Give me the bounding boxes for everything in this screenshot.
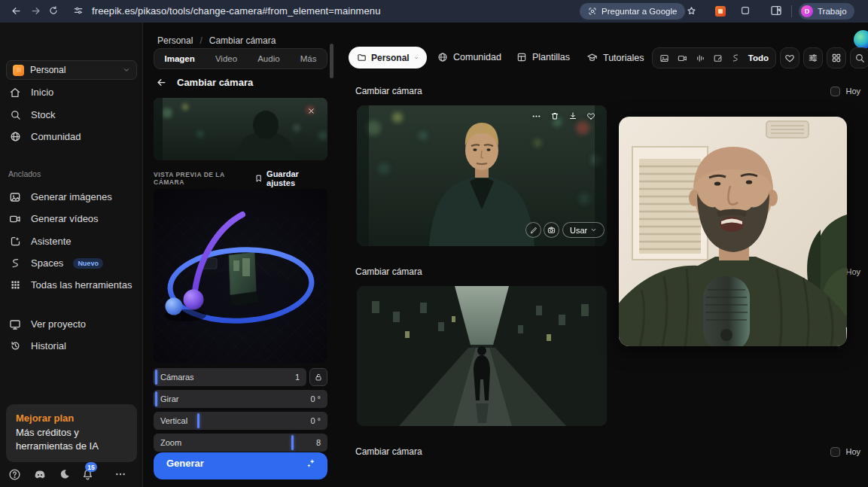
grid-icon [9, 279, 21, 291]
browser-forward-button[interactable] [30, 5, 41, 17]
tab-comunidad[interactable]: Comunidad [437, 52, 501, 62]
select-day-checkbox[interactable] [830, 87, 840, 96]
remove-image-icon[interactable] [307, 107, 315, 115]
camera-3d-preview[interactable] [154, 189, 327, 363]
chevron-down-icon [123, 66, 130, 74]
search-icon [9, 109, 21, 120]
save-settings-button[interactable]: Guardar ajustes [254, 169, 328, 187]
sidebar: Personal Inicio Stock Comunidad Anclados… [0, 23, 143, 487]
tab-group-icon[interactable] [740, 5, 751, 16]
camera-preview-label: VISTA PREVIA DE LA CÁMARA [154, 171, 254, 186]
sidebar-item-asistente[interactable]: Asistente [6, 230, 137, 252]
bookmark-star-icon[interactable] [686, 5, 697, 17]
edit-pencil-button[interactable] [525, 222, 541, 238]
back-arrow-icon[interactable] [156, 77, 167, 88]
sidebar-item-stock[interactable]: Stock [6, 104, 137, 126]
browser-profile-chip[interactable]: D Trabajo [799, 3, 854, 20]
google-lens-icon [588, 7, 597, 16]
breadcrumb: Personal / Cambiar cámara [157, 35, 276, 46]
like-heart-icon[interactable] [586, 111, 595, 121]
sidebar-item-ver-proyecto[interactable]: Ver proyecto [6, 313, 137, 335]
breadcrumb-personal[interactable]: Personal [157, 35, 193, 46]
workspace-selector[interactable]: Personal [6, 60, 137, 80]
slider-girar[interactable]: Girar 0 ° [154, 390, 327, 408]
source-image-thumbnail[interactable] [154, 98, 327, 160]
filter-audio-icon[interactable] [696, 53, 705, 63]
folder-icon [357, 53, 367, 62]
media-type-tabs: Imagen Video Audio Más [154, 48, 327, 69]
site-settings-icon[interactable] [73, 5, 84, 16]
select-day-checkbox[interactable] [830, 447, 840, 457]
slider-handle[interactable] [291, 435, 294, 450]
tab-video[interactable]: Video [215, 54, 237, 63]
bookmark-icon [254, 174, 263, 183]
more-options-icon[interactable] [114, 468, 126, 480]
tab-audio[interactable]: Audio [257, 54, 279, 63]
filters-button[interactable] [803, 47, 823, 68]
download-icon[interactable] [568, 111, 577, 121]
extension-icon[interactable] [715, 6, 726, 17]
account-avatar[interactable] [854, 30, 868, 49]
help-icon[interactable] [8, 468, 21, 481]
address-bar[interactable]: freepik.es/pikaso/tools/change-camera#fr… [92, 5, 380, 17]
tab-plantillas[interactable]: Plantillas [516, 52, 570, 62]
workspace-tab-personal[interactable]: Personal [349, 47, 427, 68]
favorites-button[interactable] [780, 47, 799, 68]
browser-reload-button[interactable] [48, 5, 59, 16]
globe-icon [9, 131, 21, 142]
side-panel-search-icon[interactable] [770, 5, 782, 17]
sidebar-item-comunidad[interactable]: Comunidad [6, 126, 137, 148]
tab-imagen[interactable]: Imagen [165, 54, 195, 63]
sidebar-item-historial[interactable]: Historial [6, 335, 137, 357]
home-icon [9, 87, 21, 99]
spaces-icon [9, 257, 21, 269]
filter-video-icon[interactable] [678, 53, 687, 63]
slider-camaras[interactable]: Cámaras 1 [154, 368, 306, 386]
sidebar-item-generar-videos[interactable]: Generar vídeos [6, 208, 137, 230]
chevron-down-icon [590, 227, 597, 233]
section-header-3: Cambiar cámara Hoy [348, 443, 868, 460]
webcam-overlay[interactable] [619, 117, 847, 346]
panel-scrollbar[interactable] [330, 44, 333, 78]
sidebar-item-todas-herramientas[interactable]: Todas las herramientas [6, 274, 137, 296]
camera-tool-button[interactable] [544, 222, 559, 238]
assistant-icon [9, 236, 21, 247]
slider-handle[interactable] [155, 370, 157, 385]
image-icon [9, 191, 21, 203]
slider-handle[interactable] [197, 413, 199, 428]
search-button[interactable] [850, 47, 868, 68]
use-image-button[interactable]: Usar [562, 222, 605, 238]
ask-google-button[interactable]: Preguntar a Google [580, 3, 685, 20]
sparkles-icon [306, 458, 317, 469]
nuevo-badge: Nuevo [73, 258, 103, 269]
slider-zoom[interactable]: Zoom 8 [154, 434, 327, 452]
breadcrumb-tool[interactable]: Cambiar cámara [209, 35, 276, 46]
pinned-section-label: Anclados [8, 169, 41, 178]
filter-spaces-icon[interactable] [731, 53, 740, 62]
tab-mas[interactable]: Más [300, 54, 317, 63]
tab-tutoriales[interactable]: Tutoriales [586, 52, 644, 63]
workspace-avatar [13, 65, 24, 76]
slider-vertical[interactable]: Vertical 0 ° [154, 412, 327, 430]
heart-icon [784, 53, 795, 63]
upgrade-title: Mejorar plan [16, 412, 127, 424]
more-icon[interactable] [531, 111, 541, 121]
sidebar-item-spaces[interactable]: Spaces Nuevo [6, 252, 137, 274]
section-header-1: Cambiar cámara Hoy [348, 83, 868, 99]
slider-handle[interactable] [155, 391, 157, 406]
generated-image-2[interactable] [357, 286, 607, 426]
browser-back-button[interactable] [11, 5, 22, 17]
dark-mode-moon-icon[interactable] [59, 468, 71, 480]
filter-design-icon[interactable] [713, 53, 723, 63]
upgrade-plan-card[interactable]: Mejorar plan Más créditos y herramientas… [6, 404, 137, 462]
grid-2x2-icon [831, 53, 842, 63]
sidebar-item-inicio[interactable]: Inicio [6, 81, 137, 103]
generate-button[interactable]: Generar [154, 452, 327, 479]
sidebar-item-generar-imagenes[interactable]: Generar imágenes [6, 186, 137, 208]
lock-cameras-button[interactable] [309, 368, 327, 386]
filter-all-button[interactable]: Todo [748, 53, 769, 62]
filter-image-icon[interactable] [659, 53, 669, 63]
discord-icon[interactable] [33, 468, 47, 482]
layout-grid-button[interactable] [827, 47, 846, 68]
delete-icon[interactable] [550, 111, 559, 121]
